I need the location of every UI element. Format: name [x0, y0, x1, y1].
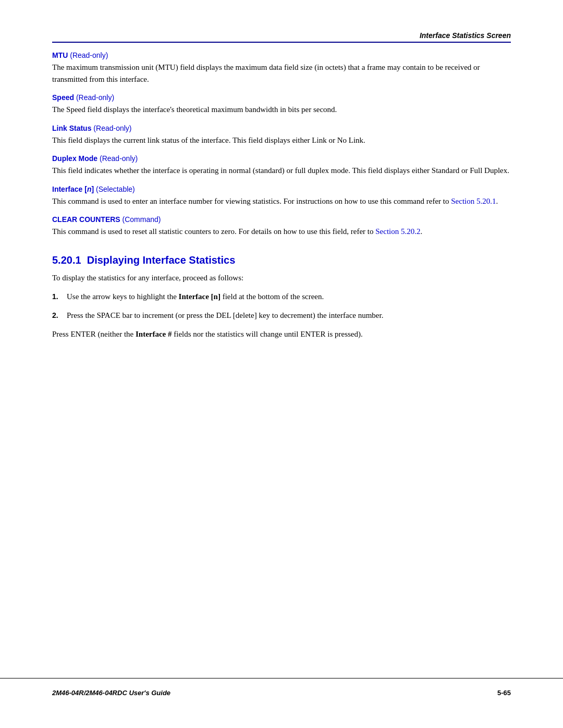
press-enter-after: fields nor the statistics will change un…: [172, 330, 363, 338]
field-block-clear-counters: CLEAR COUNTERS (Command) This command is…: [52, 215, 511, 238]
page: Interface Statistics Screen MTU (Read-on…: [0, 0, 563, 728]
section-5201-link[interactable]: Section 5.20.1: [451, 197, 496, 205]
field-block-speed: Speed (Read-only) The Speed field displa…: [52, 93, 511, 116]
field-title-mtu: MTU (Read-only): [52, 51, 511, 60]
footer-title: 2M46-04R/2M46-04RDC User's Guide: [52, 689, 170, 697]
field-block-interface-n: Interface [n] (Selectable) This command …: [52, 185, 511, 207]
section-title-text: Displaying Interface Statistics: [87, 254, 236, 266]
section-number: 5.20.1 Displaying Interface Statistics: [52, 254, 235, 266]
field-qualifier-speed: (Read-only): [74, 93, 114, 102]
field-title-interface-n: Interface [n] (Selectable): [52, 185, 511, 194]
field-desc-link-status: This field displays the current link sta…: [52, 134, 511, 146]
field-desc-interface-n: This command is used to enter an interfa…: [52, 195, 511, 207]
field-block-mtu: MTU (Read-only) The maximum transmission…: [52, 51, 511, 85]
section-number-text: 5.20.1: [52, 254, 81, 266]
list-number-1: 1.: [52, 290, 67, 302]
field-name-duplex-mode: Duplex Mode: [52, 154, 97, 163]
footer-page: 5-65: [497, 689, 511, 697]
list-number-2: 2.: [52, 309, 67, 321]
section-intro: To display the statistics for any interf…: [52, 272, 511, 284]
field-desc-clear-counters-after: .: [421, 227, 423, 236]
field-desc-duplex-mode: This field indicates whether the interfa…: [52, 165, 511, 177]
section-heading-5201: 5.20.1 Displaying Interface Statistics: [52, 254, 511, 266]
field-desc-speed: The Speed field displays the interface's…: [52, 104, 511, 116]
field-name-speed: Speed: [52, 93, 74, 102]
field-desc-interface-n-before: This command is used to enter an interfa…: [52, 197, 451, 205]
field-title-clear-counters: CLEAR COUNTERS (Command): [52, 215, 511, 224]
header-line: Interface Statistics Screen: [52, 31, 511, 43]
press-enter-para: Press ENTER (neither the Interface # fie…: [52, 328, 511, 340]
field-desc-clear-counters-before: This command is used to reset all statis…: [52, 227, 375, 236]
spacer: [52, 340, 511, 445]
section-5202-link[interactable]: Section 5.20.2: [375, 227, 420, 236]
field-qualifier-interface-n: (Selectable): [94, 185, 135, 193]
field-title-duplex-mode: Duplex Mode (Read-only): [52, 154, 511, 163]
field-block-duplex-mode: Duplex Mode (Read-only) This field indic…: [52, 154, 511, 177]
field-name-interface-n: Interface [n]: [52, 185, 94, 193]
step1-before: Use the arrow keys to highlight the: [67, 292, 179, 301]
field-name-link-status: Link Status: [52, 124, 91, 132]
field-qualifier-link-status: (Read-only): [91, 124, 131, 132]
field-title-speed: Speed (Read-only): [52, 93, 511, 102]
field-title-link-status: Link Status (Read-only): [52, 124, 511, 133]
field-name-clear-counters: CLEAR COUNTERS: [52, 215, 120, 224]
header-title: Interface Statistics Screen: [420, 31, 511, 40]
step1-after: field at the bottom of the screen.: [221, 292, 324, 301]
step1-bold: Interface [n]: [179, 292, 221, 301]
list-content-2: Press the SPACE bar to increment (or pre…: [67, 309, 511, 322]
field-qualifier-clear-counters: (Command): [120, 215, 161, 224]
main-content: MTU (Read-only) The maximum transmission…: [0, 51, 563, 678]
header-rule-area: Interface Statistics Screen: [0, 31, 563, 43]
numbered-list: 1. Use the arrow keys to highlight the I…: [52, 290, 511, 322]
list-content-1: Use the arrow keys to highlight the Inte…: [67, 290, 511, 303]
field-desc-mtu: The maximum transmission unit (MTU) fiel…: [52, 61, 511, 85]
press-enter-bold: Interface #: [136, 330, 172, 338]
field-qualifier-mtu: (Read-only): [68, 51, 108, 59]
press-enter-before: Press ENTER (neither the: [52, 330, 136, 338]
footer: 2M46-04R/2M46-04RDC User's Guide 5-65: [0, 678, 563, 697]
field-desc-clear-counters: This command is used to reset all statis…: [52, 226, 511, 238]
list-item-1: 1. Use the arrow keys to highlight the I…: [52, 290, 511, 303]
field-desc-interface-n-after: .: [496, 197, 498, 205]
field-qualifier-duplex-mode: (Read-only): [97, 154, 138, 163]
field-block-link-status: Link Status (Read-only) This field displ…: [52, 124, 511, 146]
list-item-2: 2. Press the SPACE bar to increment (or …: [52, 309, 511, 322]
field-name-mtu: MTU: [52, 51, 68, 59]
